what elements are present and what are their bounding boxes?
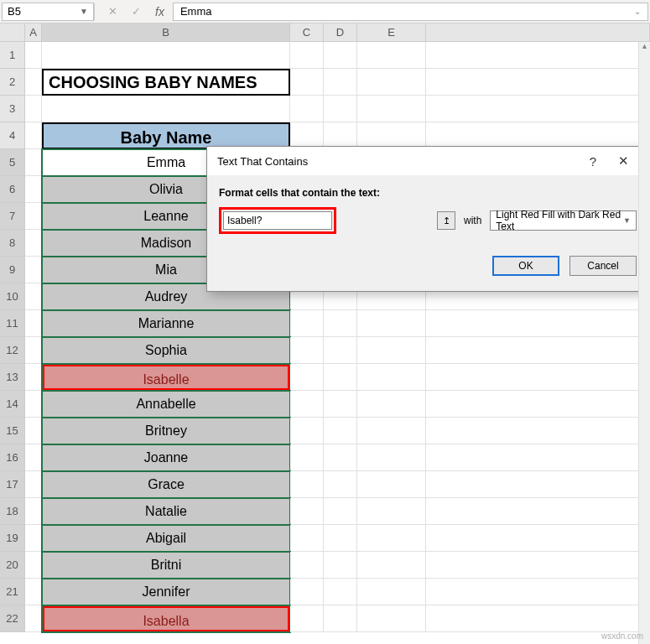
cell[interactable] (357, 498, 426, 525)
row-header[interactable]: 7 (0, 203, 25, 230)
name-cell[interactable]: Grace (42, 471, 290, 498)
row-header[interactable]: 13 (0, 364, 25, 391)
cell[interactable] (290, 364, 324, 391)
col-header[interactable]: C (290, 23, 324, 41)
cell[interactable] (25, 122, 42, 149)
cell[interactable] (25, 525, 42, 552)
col-header[interactable]: E (357, 23, 426, 41)
row-header[interactable]: 5 (0, 149, 25, 176)
dialog-titlebar[interactable]: Text That Contains ? ✕ (207, 147, 648, 175)
cell[interactable] (324, 337, 357, 364)
row-header[interactable]: 21 (0, 579, 25, 605)
cell[interactable] (25, 552, 42, 579)
cell[interactable] (324, 471, 357, 498)
row-header[interactable]: 4 (0, 122, 25, 149)
cell[interactable] (324, 444, 357, 471)
cell[interactable] (290, 444, 324, 471)
cell[interactable] (25, 96, 42, 122)
cell[interactable] (25, 418, 42, 444)
name-cell[interactable]: Isabella (42, 605, 290, 632)
cell[interactable] (426, 525, 650, 552)
expand-formula-icon[interactable]: ⌄ (634, 7, 641, 16)
cell[interactable] (25, 176, 42, 203)
cell[interactable] (357, 337, 426, 364)
cell[interactable] (357, 525, 426, 552)
cell[interactable] (290, 471, 324, 498)
name-cell[interactable]: Britney (42, 418, 290, 444)
cell[interactable] (324, 525, 357, 552)
cell[interactable] (357, 552, 426, 579)
name-cell[interactable]: Natalie (42, 498, 290, 525)
row-header[interactable]: 12 (0, 337, 25, 364)
row-header[interactable]: 6 (0, 176, 25, 203)
cell[interactable] (357, 444, 426, 471)
cell[interactable] (25, 444, 42, 471)
cell[interactable] (357, 391, 426, 418)
cell[interactable] (290, 310, 324, 337)
cell[interactable] (324, 69, 357, 96)
cell[interactable] (357, 605, 426, 632)
scroll-up-icon[interactable]: ▲ (639, 42, 650, 54)
cell[interactable] (426, 391, 650, 418)
select-all-corner[interactable] (0, 23, 25, 41)
cell[interactable] (25, 203, 42, 230)
col-header[interactable]: D (324, 23, 357, 41)
cell[interactable] (426, 337, 650, 364)
chevron-down-icon[interactable]: ▼ (80, 7, 88, 16)
contains-text-input[interactable] (223, 211, 332, 230)
cell[interactable] (290, 418, 324, 444)
cell[interactable] (25, 605, 42, 632)
row-header[interactable]: 15 (0, 418, 25, 444)
cell[interactable] (25, 498, 42, 525)
cell[interactable] (290, 525, 324, 552)
cell[interactable] (426, 42, 650, 69)
cell[interactable] (290, 605, 324, 632)
row-header[interactable]: 22 (0, 605, 25, 632)
row-header[interactable]: 10 (0, 283, 25, 310)
cell[interactable] (42, 96, 290, 122)
cell[interactable] (426, 310, 650, 337)
cell[interactable] (290, 96, 324, 122)
cell[interactable] (290, 579, 324, 605)
row-header[interactable]: 3 (0, 96, 25, 122)
close-icon[interactable]: ✕ (608, 153, 638, 169)
cell[interactable] (324, 605, 357, 632)
cell[interactable] (324, 552, 357, 579)
cell[interactable] (426, 364, 650, 391)
cell[interactable] (426, 96, 650, 122)
cell[interactable] (357, 579, 426, 605)
cell[interactable] (357, 471, 426, 498)
cell[interactable] (426, 552, 650, 579)
vertical-scrollbar[interactable]: ▲ (638, 42, 650, 644)
cell[interactable] (25, 230, 42, 257)
name-cell[interactable]: Jennifer (42, 579, 290, 605)
name-cell[interactable]: Isabelle (42, 364, 290, 391)
cell[interactable] (25, 471, 42, 498)
cell[interactable] (426, 498, 650, 525)
fx-icon[interactable]: fx (150, 5, 169, 18)
row-header[interactable]: 2 (0, 69, 25, 96)
cell[interactable] (357, 364, 426, 391)
cell[interactable] (426, 579, 650, 605)
cell[interactable] (426, 444, 650, 471)
col-header[interactable]: A (25, 23, 42, 41)
help-icon[interactable]: ? (578, 154, 608, 169)
name-cell[interactable]: Marianne (42, 310, 290, 337)
cell[interactable] (25, 579, 42, 605)
row-header[interactable]: 1 (0, 42, 25, 69)
cell[interactable] (324, 391, 357, 418)
cell[interactable] (324, 498, 357, 525)
row-header[interactable]: 8 (0, 230, 25, 257)
cancel-button[interactable]: Cancel (569, 256, 637, 276)
row-header[interactable]: 11 (0, 310, 25, 337)
row-header[interactable]: 19 (0, 525, 25, 552)
cell[interactable] (357, 69, 426, 96)
cell[interactable] (426, 471, 650, 498)
cell[interactable] (324, 418, 357, 444)
name-cell[interactable]: Joanne (42, 444, 290, 471)
name-cell[interactable]: Sophia (42, 337, 290, 364)
col-header[interactable]: B (42, 23, 290, 41)
cell[interactable] (25, 283, 42, 310)
format-dropdown[interactable]: Light Red Fill with Dark Red Text ▼ (490, 210, 637, 231)
cell[interactable] (25, 69, 42, 96)
